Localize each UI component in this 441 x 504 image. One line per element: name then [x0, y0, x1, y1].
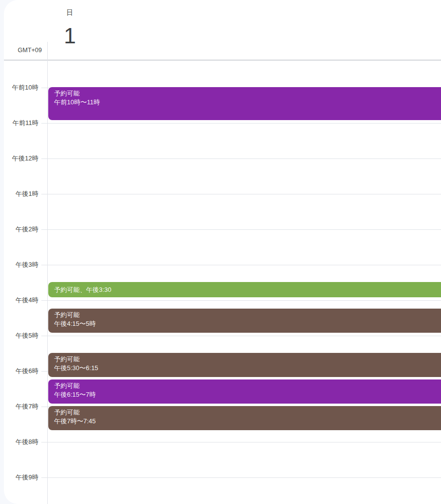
- time-label: 午前11時: [0, 119, 38, 127]
- time-label: 午後2時: [0, 225, 38, 234]
- event-time: 午前10時〜11時: [54, 98, 441, 107]
- time-label: 午前10時: [0, 83, 38, 92]
- time-label: 午後12時: [0, 154, 38, 163]
- event-time: 午後5:30〜6:15: [54, 364, 441, 373]
- event-time: 午後4:15〜5時: [54, 319, 441, 328]
- event-time: 午後7時〜7:45: [54, 417, 441, 426]
- event-title: 予約可能: [54, 408, 441, 417]
- time-label: 午後8時: [0, 438, 38, 446]
- time-label: 午後1時: [0, 189, 38, 198]
- time-label: 午後6時: [0, 367, 38, 376]
- event-3[interactable]: 予約可能午後4:15〜5時: [48, 309, 441, 333]
- event-time: 午後6:15〜7時: [54, 390, 441, 399]
- day-header-date[interactable]: 1: [56, 24, 84, 48]
- time-label: 午後9時: [0, 473, 38, 482]
- event-4[interactable]: 予約可能午後5:30〜6:15: [48, 353, 441, 377]
- time-label: 午後5時: [0, 331, 38, 340]
- day-header-weekday: 日: [61, 8, 79, 17]
- event-6[interactable]: 予約可能午後7時〜7:45: [48, 406, 441, 430]
- time-label: 午後3時: [0, 260, 38, 269]
- event-title: 予約可能、午後3:30: [54, 285, 111, 294]
- event-title: 予約可能: [54, 310, 441, 319]
- time-label: 午後7時: [0, 402, 38, 411]
- event-title: 予約可能: [54, 354, 441, 364]
- event-title: 予約可能: [54, 381, 441, 390]
- event-1[interactable]: 予約可能午前10時〜11時: [48, 87, 441, 120]
- event-5[interactable]: 予約可能午後6:15〜7時: [48, 379, 441, 404]
- event-2[interactable]: 予約可能、午後3:30: [48, 282, 441, 297]
- timezone-label: GMT+09: [0, 47, 42, 54]
- time-label: 午後4時: [0, 296, 38, 305]
- event-title: 予約可能: [54, 89, 441, 98]
- calendar-day-view: 日 1 GMT+09 午前10時午前11時午後12時午後1時午後2時午後3時午後…: [0, 0, 441, 504]
